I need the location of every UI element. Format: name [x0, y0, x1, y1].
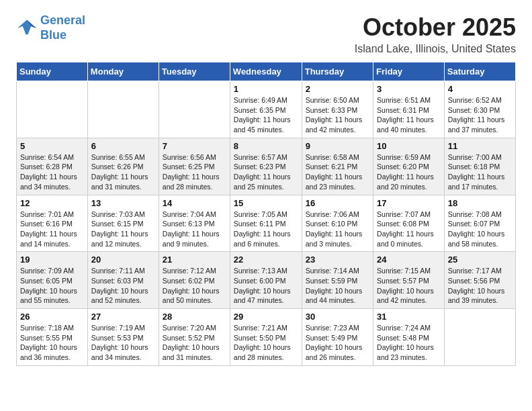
table-row: 21Sunrise: 7:12 AM Sunset: 6:02 PM Dayli… [159, 252, 230, 309]
day-info: Sunrise: 7:13 AM Sunset: 6:00 PM Dayligh… [234, 266, 298, 306]
table-row: 16Sunrise: 7:06 AM Sunset: 6:10 PM Dayli… [302, 195, 373, 252]
day-number: 15 [234, 198, 298, 208]
table-row: 7Sunrise: 6:56 AM Sunset: 6:25 PM Daylig… [159, 138, 230, 195]
day-number: 8 [234, 141, 298, 151]
header-wednesday: Wednesday [230, 62, 302, 81]
day-number: 29 [234, 312, 298, 322]
logo-bird-icon [16, 19, 38, 38]
table-row: 23Sunrise: 7:14 AM Sunset: 5:59 PM Dayli… [302, 252, 373, 309]
day-number: 30 [306, 312, 369, 322]
day-info: Sunrise: 6:50 AM Sunset: 6:33 PM Dayligh… [306, 95, 369, 135]
calendar-week-row: 1Sunrise: 6:49 AM Sunset: 6:35 PM Daylig… [17, 81, 516, 138]
table-row: 17Sunrise: 7:07 AM Sunset: 6:08 PM Dayli… [373, 195, 445, 252]
header-thursday: Thursday [302, 62, 373, 81]
table-row: 18Sunrise: 7:08 AM Sunset: 6:07 PM Dayli… [444, 195, 515, 252]
logo-line1: General [40, 13, 85, 27]
table-row: 29Sunrise: 7:21 AM Sunset: 5:50 PM Dayli… [230, 309, 302, 366]
header-saturday: Saturday [444, 62, 515, 81]
day-info: Sunrise: 7:11 AM Sunset: 6:03 PM Dayligh… [91, 266, 155, 306]
day-info: Sunrise: 7:08 AM Sunset: 6:07 PM Dayligh… [448, 210, 512, 249]
table-row [17, 81, 88, 138]
table-row: 15Sunrise: 7:05 AM Sunset: 6:11 PM Dayli… [230, 195, 302, 252]
day-number: 3 [377, 84, 441, 94]
day-info: Sunrise: 6:49 AM Sunset: 6:35 PM Dayligh… [234, 95, 298, 135]
table-row: 28Sunrise: 7:20 AM Sunset: 5:52 PM Dayli… [159, 309, 230, 366]
day-number: 28 [163, 312, 226, 322]
day-info: Sunrise: 7:00 AM Sunset: 6:18 PM Dayligh… [448, 152, 512, 192]
day-number: 23 [306, 255, 369, 265]
day-number: 2 [306, 84, 369, 94]
table-row: 12Sunrise: 7:01 AM Sunset: 6:16 PM Dayli… [17, 195, 88, 252]
calendar-week-row: 26Sunrise: 7:18 AM Sunset: 5:55 PM Dayli… [17, 309, 516, 366]
day-number: 24 [377, 255, 441, 265]
day-number: 5 [20, 141, 84, 151]
header-tuesday: Tuesday [159, 62, 230, 81]
day-number: 4 [448, 84, 512, 94]
day-info: Sunrise: 6:52 AM Sunset: 6:30 PM Dayligh… [448, 95, 512, 135]
table-row: 27Sunrise: 7:19 AM Sunset: 5:53 PM Dayli… [87, 309, 159, 366]
table-row: 31Sunrise: 7:24 AM Sunset: 5:48 PM Dayli… [373, 309, 445, 366]
table-row [87, 81, 159, 138]
day-number: 18 [448, 198, 512, 208]
day-number: 12 [20, 198, 84, 208]
table-row: 20Sunrise: 7:11 AM Sunset: 6:03 PM Dayli… [87, 252, 159, 309]
day-info: Sunrise: 6:56 AM Sunset: 6:25 PM Dayligh… [163, 152, 226, 192]
table-row: 1Sunrise: 6:49 AM Sunset: 6:35 PM Daylig… [230, 81, 302, 138]
day-info: Sunrise: 6:54 AM Sunset: 6:28 PM Dayligh… [20, 152, 84, 192]
day-info: Sunrise: 6:59 AM Sunset: 6:20 PM Dayligh… [377, 152, 441, 192]
calendar-week-row: 5Sunrise: 6:54 AM Sunset: 6:28 PM Daylig… [17, 138, 516, 195]
day-info: Sunrise: 7:23 AM Sunset: 5:49 PM Dayligh… [306, 323, 369, 363]
table-row: 19Sunrise: 7:09 AM Sunset: 6:05 PM Dayli… [17, 252, 88, 309]
day-info: Sunrise: 7:15 AM Sunset: 5:57 PM Dayligh… [377, 266, 441, 306]
table-row: 9Sunrise: 6:58 AM Sunset: 6:21 PM Daylig… [302, 138, 373, 195]
day-info: Sunrise: 7:04 AM Sunset: 6:13 PM Dayligh… [163, 210, 226, 249]
day-info: Sunrise: 7:06 AM Sunset: 6:10 PM Dayligh… [306, 210, 369, 249]
table-row: 3Sunrise: 6:51 AM Sunset: 6:31 PM Daylig… [373, 81, 445, 138]
table-row: 4Sunrise: 6:52 AM Sunset: 6:30 PM Daylig… [444, 81, 515, 138]
header-friday: Friday [373, 62, 445, 81]
day-info: Sunrise: 7:24 AM Sunset: 5:48 PM Dayligh… [377, 323, 441, 363]
day-number: 31 [377, 312, 441, 322]
day-info: Sunrise: 7:20 AM Sunset: 5:52 PM Dayligh… [163, 323, 226, 363]
calendar-header-row: Sunday Monday Tuesday Wednesday Thursday… [17, 62, 516, 81]
table-row: 22Sunrise: 7:13 AM Sunset: 6:00 PM Dayli… [230, 252, 302, 309]
logo: General Blue [16, 13, 85, 42]
day-number: 14 [163, 198, 226, 208]
table-row: 30Sunrise: 7:23 AM Sunset: 5:49 PM Dayli… [302, 309, 373, 366]
header-sunday: Sunday [17, 62, 88, 81]
table-row: 6Sunrise: 6:55 AM Sunset: 6:26 PM Daylig… [87, 138, 159, 195]
day-number: 6 [91, 141, 155, 151]
day-number: 20 [91, 255, 155, 265]
day-number: 16 [306, 198, 369, 208]
table-row: 25Sunrise: 7:17 AM Sunset: 5:56 PM Dayli… [444, 252, 515, 309]
table-row: 2Sunrise: 6:50 AM Sunset: 6:33 PM Daylig… [302, 81, 373, 138]
day-number: 9 [306, 141, 369, 151]
day-info: Sunrise: 7:19 AM Sunset: 5:53 PM Dayligh… [91, 323, 155, 363]
svg-marker-0 [17, 19, 36, 34]
table-row: 24Sunrise: 7:15 AM Sunset: 5:57 PM Dayli… [373, 252, 445, 309]
day-info: Sunrise: 7:05 AM Sunset: 6:11 PM Dayligh… [234, 210, 298, 249]
day-info: Sunrise: 7:21 AM Sunset: 5:50 PM Dayligh… [234, 323, 298, 363]
table-row: 14Sunrise: 7:04 AM Sunset: 6:13 PM Dayli… [159, 195, 230, 252]
header-monday: Monday [87, 62, 159, 81]
logo-line2: Blue [40, 28, 66, 42]
table-row [159, 81, 230, 138]
day-number: 7 [163, 141, 226, 151]
day-number: 27 [91, 312, 155, 322]
day-info: Sunrise: 7:14 AM Sunset: 5:59 PM Dayligh… [306, 266, 369, 306]
day-info: Sunrise: 7:03 AM Sunset: 6:15 PM Dayligh… [91, 210, 155, 249]
table-row [444, 309, 515, 366]
day-info: Sunrise: 6:51 AM Sunset: 6:31 PM Dayligh… [377, 95, 441, 135]
day-number: 11 [448, 141, 512, 151]
day-info: Sunrise: 6:57 AM Sunset: 6:23 PM Dayligh… [234, 152, 298, 192]
table-row: 26Sunrise: 7:18 AM Sunset: 5:55 PM Dayli… [17, 309, 88, 366]
day-number: 26 [20, 312, 84, 322]
day-number: 21 [163, 255, 226, 265]
location-title: Island Lake, Illinois, United States [355, 43, 516, 55]
calendar-week-row: 12Sunrise: 7:01 AM Sunset: 6:16 PM Dayli… [17, 195, 516, 252]
page-header: General Blue October 2025 Island Lake, I… [16, 13, 516, 55]
day-info: Sunrise: 6:58 AM Sunset: 6:21 PM Dayligh… [306, 152, 369, 192]
calendar-week-row: 19Sunrise: 7:09 AM Sunset: 6:05 PM Dayli… [17, 252, 516, 309]
table-row: 13Sunrise: 7:03 AM Sunset: 6:15 PM Dayli… [87, 195, 159, 252]
day-info: Sunrise: 7:09 AM Sunset: 6:05 PM Dayligh… [20, 266, 84, 306]
